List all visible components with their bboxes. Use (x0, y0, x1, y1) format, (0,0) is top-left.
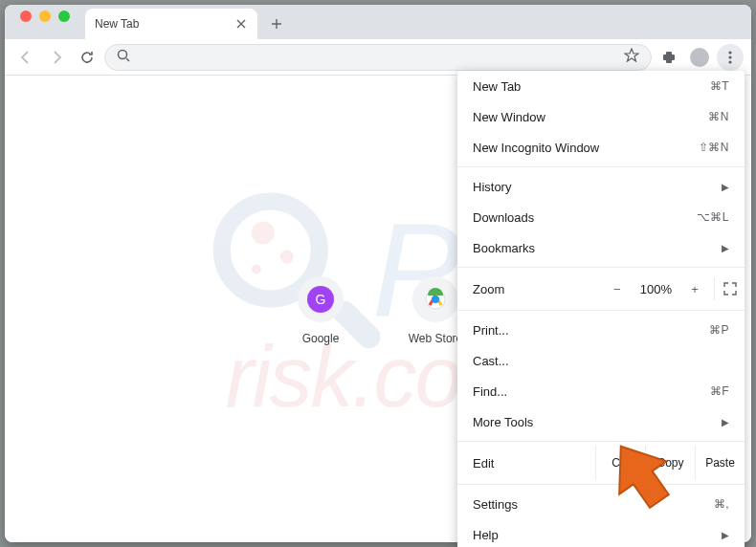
menu-item-new-incognito[interactable]: New Incognito Window ⇧⌘N (457, 132, 745, 163)
menu-shortcut: ⌘T (710, 79, 729, 93)
menu-item-history[interactable]: History ▶ (457, 171, 745, 202)
menu-label: Help (473, 528, 499, 542)
chevron-right-icon: ▶ (722, 530, 729, 540)
bookmark-star-icon[interactable] (624, 48, 639, 67)
forward-button[interactable] (43, 44, 70, 71)
zoom-out-button[interactable]: − (606, 282, 629, 296)
menu-label: Zoom (457, 282, 606, 296)
menu-item-cast[interactable]: Cast... (457, 345, 745, 376)
zoom-value: 100% (640, 282, 672, 296)
close-window-button[interactable] (20, 11, 32, 22)
shortcut-label: Web Store (409, 332, 462, 345)
paste-button[interactable]: Paste (695, 446, 745, 480)
svg-point-1 (728, 51, 731, 54)
shortcut-icon: G (298, 276, 344, 322)
zoom-in-button[interactable]: + (683, 282, 706, 296)
menu-item-help[interactable]: Help ▶ (457, 519, 745, 547)
menu-label: Cast... (473, 354, 509, 368)
menu-separator (457, 267, 745, 268)
menu-item-new-window[interactable]: New Window ⌘N (457, 101, 745, 132)
web-store-icon (424, 288, 447, 311)
menu-label: New Window (473, 110, 545, 124)
menu-shortcut: ⌘P (709, 323, 729, 337)
menu-label: Bookmarks (473, 241, 535, 255)
tab[interactable]: New Tab (85, 9, 257, 39)
chevron-right-icon: ▶ (722, 182, 729, 192)
svg-point-5 (432, 295, 439, 303)
menu-item-new-tab[interactable]: New Tab ⌘T (457, 71, 745, 101)
menu-separator (457, 166, 745, 167)
profile-button[interactable] (686, 44, 713, 71)
menu-item-settings[interactable]: Settings ⌘, (457, 489, 745, 519)
extensions-button[interactable] (656, 44, 682, 71)
shortcut-icon (412, 276, 458, 322)
fullscreen-button[interactable] (714, 277, 745, 300)
shortcut-google[interactable]: G Google (282, 276, 359, 345)
menu-shortcut: ⇧⌘N (699, 141, 729, 154)
avatar-icon (690, 48, 709, 67)
app-menu-button[interactable] (717, 44, 744, 71)
menu-label: Find... (473, 384, 507, 399)
shortcuts: G Google Web Store (282, 276, 474, 345)
menu-label: New Tab (473, 79, 521, 94)
tab-title: New Tab (95, 17, 139, 31)
chevron-right-icon: ▶ (722, 243, 729, 253)
menu-item-zoom: Zoom − 100% + (457, 272, 745, 306)
titlebar: New Tab (5, 5, 751, 39)
menu-label: More Tools (473, 415, 533, 429)
menu-shortcut: ⌘, (714, 497, 729, 511)
menu-label: Edit (457, 456, 595, 470)
address-bar[interactable] (104, 44, 652, 71)
reload-button[interactable] (74, 44, 100, 71)
menu-label: Downloads (473, 210, 534, 225)
menu-label: Settings (473, 497, 518, 512)
search-icon (117, 49, 130, 66)
menu-label: New Incognito Window (473, 141, 599, 155)
svg-point-3 (728, 60, 731, 63)
svg-point-0 (119, 50, 127, 58)
shortcut-label: Google (302, 332, 340, 345)
window-controls (12, 11, 78, 33)
google-g-icon: G (307, 286, 334, 313)
svg-point-2 (728, 55, 731, 58)
menu-shortcut: ⌘N (708, 110, 729, 123)
new-tab-button[interactable] (263, 11, 290, 37)
close-tab-icon[interactable] (234, 17, 248, 31)
menu-label: History (473, 180, 511, 194)
back-button[interactable] (12, 44, 39, 71)
menu-item-find[interactable]: Find... ⌘F (457, 376, 745, 406)
menu-separator (457, 310, 745, 311)
menu-shortcut: ⌥⌘L (697, 210, 729, 224)
menu-item-downloads[interactable]: Downloads ⌥⌘L (457, 202, 745, 232)
menu-separator (457, 441, 745, 442)
menu-item-more-tools[interactable]: More Tools ▶ (457, 406, 745, 437)
menu-label: Print... (473, 323, 509, 338)
chevron-right-icon: ▶ (722, 417, 729, 427)
menu-item-print[interactable]: Print... ⌘P (457, 315, 745, 345)
maximize-window-button[interactable] (58, 11, 70, 22)
menu-shortcut: ⌘F (710, 384, 729, 398)
minimize-window-button[interactable] (39, 11, 51, 22)
menu-item-bookmarks[interactable]: Bookmarks ▶ (457, 232, 745, 263)
